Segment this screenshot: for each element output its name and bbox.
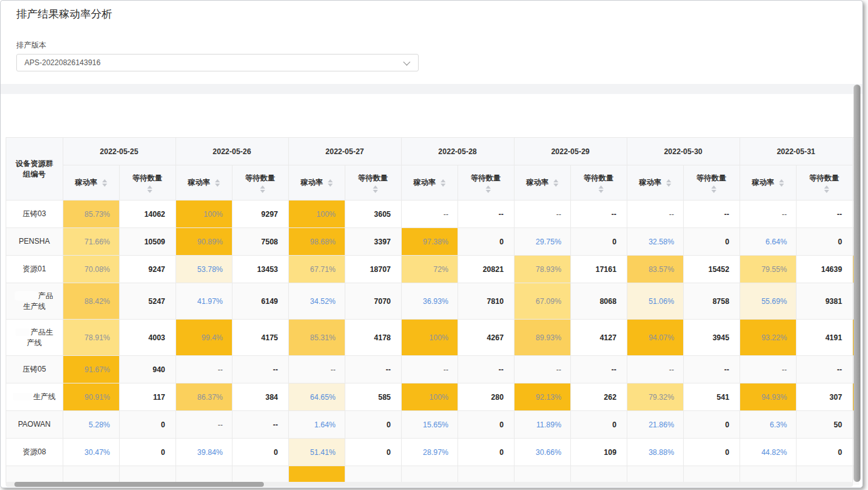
rate-cell: 70.08% [63,256,119,283]
date-header: 2022-05-28 [401,138,514,165]
sort-rate-header[interactable]: 稼动率 [63,165,119,201]
waiting-cell: 50 [796,411,852,439]
resource-group-name: PENSHA [6,228,63,256]
rate-cell: 34.52% [288,283,345,320]
sort-rate-header[interactable]: 稼动率 [627,165,683,201]
rate-cell: 90.91% [63,383,119,411]
waiting-cell: 0 [796,439,852,466]
waiting-cell: 0 [683,411,740,439]
sort-rate-header[interactable]: 稼动率 [514,165,570,201]
waiting-cell: 0 [345,411,401,439]
rate-cell: 78.93% [514,256,570,283]
waiting-cell: -- [232,356,288,383]
corner-header: 设备资源群组编号 [6,138,63,201]
waiting-cell: 17161 [570,256,627,283]
rate-cell: 30.66% [514,439,570,466]
rate-cell: 67.71% [288,256,345,283]
sort-waiting-header[interactable]: 等待数量 [345,165,401,201]
rate-cell: 55.69% [740,283,796,320]
waiting-cell: 384 [232,383,288,411]
version-select-value: APS-20220826143916 [24,58,100,67]
waiting-cell: 9247 [119,256,175,283]
rate-cell: 71.66% [63,228,119,256]
rate-cell: 85.31% [288,320,345,356]
rate-cell: 94.07% [627,320,683,356]
sort-waiting-header[interactable]: 等待数量 [458,165,514,201]
waiting-cell: 7810 [458,283,514,320]
waiting-cell: 3397 [345,228,401,256]
rate-cell: 41.97% [175,283,232,320]
waiting-cell: 4267 [458,320,514,356]
waiting-cell: -- [570,356,627,383]
waiting-cell: 7508 [232,228,288,256]
table-row: 产品生产线88.42%524741.97%614934.52%707036.93… [6,283,859,320]
waiting-cell: 8758 [683,283,740,320]
rate-cell: 90.89% [175,228,232,256]
redacted-text [16,292,37,300]
sort-rate-header[interactable]: 稼动率 [288,165,345,201]
waiting-cell: -- [345,356,401,383]
sort-caret-icon [260,185,265,193]
waiting-cell: -- [796,356,852,383]
resource-group-name: PAOWAN [6,411,63,439]
rate-cell: 6.64% [740,228,796,256]
waiting-cell: 10509 [119,228,175,256]
horizontal-scrollbar-track[interactable] [6,482,853,487]
waiting-cell: 307 [796,383,852,411]
date-header: 2022-05-29 [514,138,627,165]
version-select[interactable]: APS-20220826143916 [16,54,419,71]
waiting-cell: 4127 [570,320,627,356]
waiting-cell: 940 [119,356,175,383]
waiting-cell: 9381 [796,283,852,320]
table-row: 资源0830.47%039.84%051.41%028.97%030.66%10… [6,439,859,466]
vertical-scrollbar[interactable] [854,85,860,482]
rate-cell: 1.64% [288,411,345,439]
waiting-cell: -- [458,201,514,228]
waiting-cell: 20821 [458,256,514,283]
sort-caret-icon [486,185,491,193]
resource-group-name: 产品生产线 [6,283,63,320]
rate-cell: 94.93% [740,383,796,411]
waiting-cell: 0 [345,439,401,466]
rate-cell: -- [740,201,796,228]
waiting-cell: 4003 [119,320,175,356]
date-header: 2022-05-30 [627,138,740,165]
table-row: 生产线90.91%11786.37%38464.65%585100%28092.… [6,383,859,411]
rate-cell: 53.78% [175,256,232,283]
waiting-cell: 7070 [345,283,401,320]
waiting-cell: 9297 [232,201,288,228]
waiting-cell: 5247 [119,283,175,320]
waiting-cell: 109 [570,439,627,466]
table-row: 产品生产线78.91%400399.4%417585.31%4178100%42… [6,320,859,356]
waiting-cell: 14639 [796,256,852,283]
table-row: PENSHA71.66%1050990.89%750898.68%339797.… [6,228,859,256]
chevron-down-icon [403,58,410,65]
rate-cell: -- [175,356,232,383]
sort-waiting-header[interactable]: 等待数量 [232,165,288,201]
section-divider-band [1,84,862,94]
waiting-cell: 4191 [796,320,852,356]
rate-cell: -- [288,356,345,383]
sort-rate-header[interactable]: 稼动率 [401,165,458,201]
sort-caret-icon [215,179,220,187]
rate-cell: 85.73% [63,201,119,228]
resource-group-name: 资源08 [6,439,63,466]
sort-waiting-header[interactable]: 等待数量 [683,165,740,201]
rate-cell: 67.09% [514,283,570,320]
sort-waiting-header[interactable]: 等待数量 [119,165,175,201]
table-row: 资源0170.08%924753.78%1345367.71%1870772%2… [6,256,859,283]
horizontal-scrollbar-thumb[interactable] [14,482,264,487]
rate-cell: 38.88% [627,439,683,466]
table-row: 压铸0385.73%14062100%9297100%3605---------… [6,201,859,228]
sort-rate-header[interactable]: 稼动率 [175,165,232,201]
sort-waiting-header[interactable]: 等待数量 [796,165,852,201]
resource-group-name: 资源01 [6,256,63,283]
sort-caret-icon [666,179,671,187]
rate-cell: -- [627,356,683,383]
date-header: 2022-05-26 [175,138,288,165]
sort-rate-header[interactable]: 稼动率 [740,165,796,201]
sort-waiting-header[interactable]: 等待数量 [570,165,627,201]
rate-cell: 28.97% [401,439,458,466]
date-header: 2022-05-25 [63,138,175,165]
waiting-cell: 280 [458,383,514,411]
